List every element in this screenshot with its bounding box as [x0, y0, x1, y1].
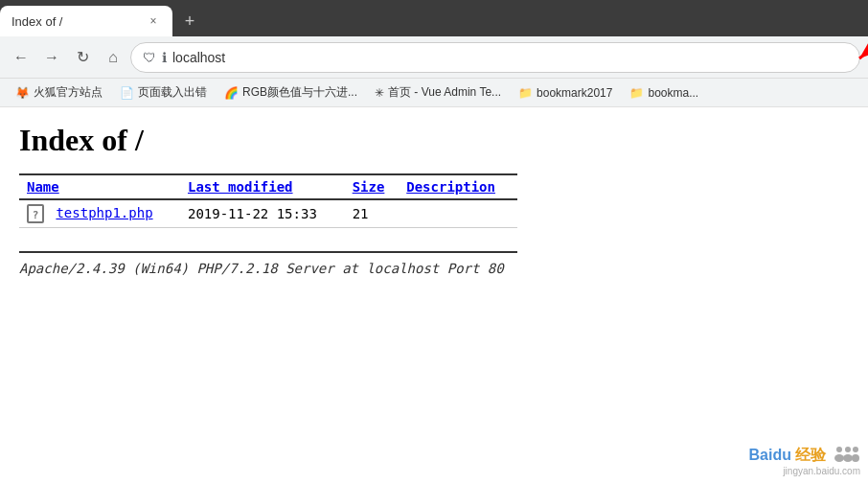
bookmark-item-3[interactable]: ✳ 首页 - Vue Admin Te... [367, 82, 509, 103]
svg-point-4 [843, 454, 853, 462]
bookmark-label-3: 首页 - Vue Admin Te... [388, 84, 501, 101]
shield-icon: 🛡 [143, 50, 156, 65]
bookmark-item-1[interactable]: 📄 页面载入出错 [112, 82, 215, 103]
col-header-size[interactable]: Size [345, 174, 400, 199]
nav-bar: ← → ↻ ⌂ 🛡 ℹ localhost [0, 36, 868, 79]
bookmark-item-5[interactable]: 📁 bookma... [622, 84, 706, 102]
back-button[interactable]: ← [8, 44, 34, 71]
sort-size-link[interactable]: Size [353, 179, 385, 195]
svg-point-2 [834, 454, 844, 462]
page-title: Index of / [19, 123, 849, 158]
bookmarks-bar: 🦊 火狐官方站点 📄 页面载入出错 🌈 RGB颜色值与十六进... ✳ 首页 -… [0, 79, 868, 107]
col-header-modified[interactable]: Last modified [180, 174, 345, 199]
address-bar[interactable]: 🛡 ℹ localhost [130, 42, 860, 73]
svg-point-1 [836, 447, 842, 452]
bookmark-icon-3: ✳ [375, 86, 384, 100]
svg-point-3 [845, 447, 851, 452]
bookmark-label-2: RGB颜色值与十六进... [242, 84, 357, 101]
bookmark-icon-1: 📄 [120, 86, 134, 100]
address-text: localhost [172, 50, 848, 65]
bookmark-label-5: bookma... [648, 86, 698, 100]
svg-point-6 [852, 454, 859, 462]
bookmark-icon-4: 📁 [518, 86, 533, 100]
file-icon [27, 204, 44, 223]
new-tab-button[interactable]: + [176, 8, 203, 35]
svg-point-5 [853, 447, 858, 452]
red-arrow-indicator [850, 30, 868, 81]
sort-modified-link[interactable]: Last modified [188, 179, 293, 195]
file-description-cell [399, 199, 517, 228]
page-area: Index of / Name Last modified Size Descr… [0, 107, 868, 484]
sort-name-link[interactable]: Name [27, 179, 59, 195]
server-info: Apache/2.4.39 (Win64) PHP/7.2.18 Server … [19, 251, 517, 276]
file-name-cell: testphp1.php [19, 199, 180, 228]
file-link[interactable]: testphp1.php [56, 205, 152, 220]
bookmark-item-4[interactable]: 📁 bookmark2017 [511, 84, 620, 102]
forward-button[interactable]: → [38, 44, 65, 71]
bookmark-item-2[interactable]: 🌈 RGB颜色值与十六进... [217, 82, 365, 103]
home-button[interactable]: ⌂ [100, 44, 126, 71]
baidu-logo: Baidu [749, 447, 791, 464]
sort-description-link[interactable]: Description [406, 179, 495, 195]
browser-window: Index of / × + ← → ↻ ⌂ 🛡 ℹ localhost [0, 0, 868, 484]
active-tab[interactable]: Index of / × [0, 6, 172, 36]
file-modified-cell: 2019-11-22 15:33 [180, 199, 345, 228]
tab-close-button[interactable]: × [146, 13, 161, 29]
bookmark-icon-5: 📁 [629, 86, 644, 100]
bookmark-icon-0: 🦊 [15, 86, 30, 100]
baidu-people-icon [832, 445, 860, 466]
bookmark-icon-2: 🌈 [224, 86, 239, 100]
tab-title: Index of / [11, 14, 138, 29]
bookmark-label-0: 火狐官方站点 [34, 84, 103, 101]
info-icon: ℹ [162, 50, 167, 65]
table-row: testphp1.php 2019-11-22 15:33 21 [19, 199, 517, 228]
bookmark-item-0[interactable]: 🦊 火狐官方站点 [8, 82, 110, 103]
directory-table: Name Last modified Size Description test… [19, 173, 517, 228]
baidu-watermark: Baidu 经验 jingyan.baidu.com [749, 445, 860, 476]
col-header-name[interactable]: Name [19, 174, 180, 199]
baidu-jingyan: 经验 [795, 446, 826, 466]
reload-button[interactable]: ↻ [69, 44, 96, 71]
bookmark-label-1: 页面载入出错 [138, 84, 207, 101]
file-size-cell: 21 [345, 199, 400, 228]
tab-bar: Index of / × + [0, 0, 868, 36]
col-header-description[interactable]: Description [399, 174, 517, 199]
page-content: Index of / Name Last modified Size Descr… [0, 107, 868, 291]
bookmark-label-4: bookmark2017 [537, 86, 612, 100]
baidu-url: jingyan.baidu.com [749, 466, 860, 476]
